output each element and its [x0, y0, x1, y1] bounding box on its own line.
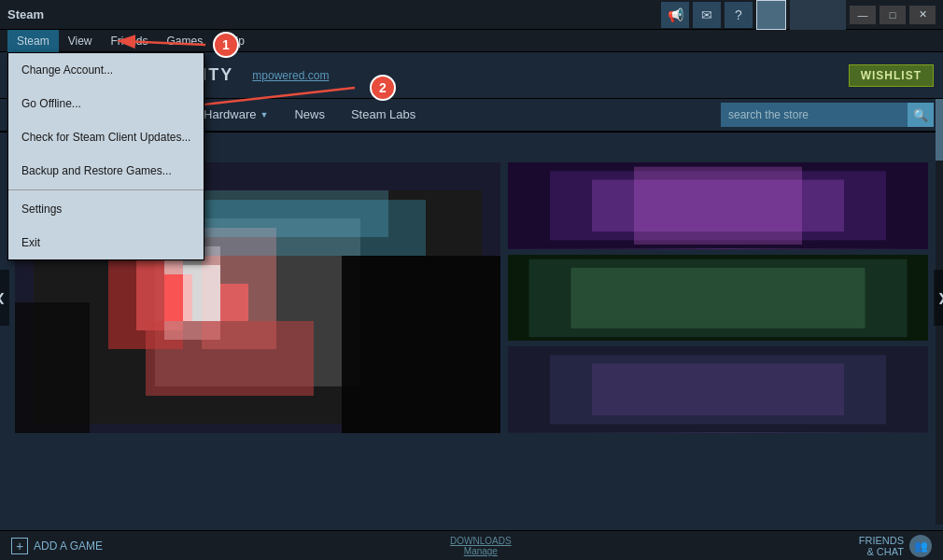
side-item-3-art: [508, 346, 928, 433]
side-featured-list: [508, 162, 928, 433]
side-art-svg-2: [508, 255, 928, 342]
steam-dropdown-menu: Change Account... Go Offline... Check fo…: [7, 52, 204, 260]
side-art-svg-3: [508, 346, 928, 433]
email-domain-text: mpowered.com: [252, 69, 329, 82]
add-game-label: ADD A GAME: [34, 539, 103, 553]
scroll-left-button[interactable]: ❮: [0, 270, 9, 326]
side-featured-item-2[interactable]: [508, 255, 928, 342]
close-button[interactable]: ✕: [909, 6, 936, 24]
broadcast-icon-btn[interactable]: 📢: [661, 2, 689, 28]
store-search-container: 🔍: [721, 103, 934, 127]
search-input[interactable]: [721, 103, 908, 127]
friends-chat-button[interactable]: FRIENDS & CHAT 👥: [859, 535, 932, 557]
dropdown-check-updates[interactable]: Check for Steam Client Updates...: [8, 120, 204, 154]
downloads-section: DOWNLOADS Manage: [450, 536, 512, 556]
bottom-bar: + ADD A GAME DOWNLOADS Manage FRIENDS & …: [0, 530, 943, 560]
avatar[interactable]: [756, 0, 786, 30]
svg-rect-13: [220, 284, 248, 321]
title-bar: Steam 📢 ✉ ? — □ ✕: [0, 0, 943, 30]
menu-divider: [8, 189, 204, 190]
store-nav-steam-labs[interactable]: Steam Labs: [338, 98, 429, 132]
menu-item-steam[interactable]: Steam Change Account... Go Offline... Ch…: [7, 30, 59, 52]
search-button[interactable]: 🔍: [908, 103, 934, 127]
dropdown-settings[interactable]: Settings: [8, 192, 204, 226]
title-bar-left: Steam: [7, 7, 44, 21]
annotation-2: 2: [370, 75, 396, 101]
scrollbar-thumb[interactable]: [936, 99, 943, 136]
side-item-2-art: [508, 255, 928, 342]
svg-rect-24: [592, 364, 844, 416]
svg-rect-12: [183, 265, 220, 321]
steam-logo: Steam: [7, 7, 44, 21]
dropdown-go-offline[interactable]: Go Offline...: [8, 87, 204, 120]
dropdown-backup-restore[interactable]: Backup and Restore Games...: [8, 154, 204, 188]
search-icon: 🔍: [913, 108, 928, 122]
minimize-button[interactable]: —: [850, 6, 876, 24]
menu-item-games[interactable]: Games: [158, 30, 213, 52]
wishlist-button[interactable]: WISHLIST: [849, 64, 934, 87]
scroll-right-button[interactable]: ❯: [934, 270, 943, 326]
help-icon-btn[interactable]: ?: [725, 2, 753, 28]
friends-icon: 👥: [909, 535, 932, 557]
friends-chat-label: FRIENDS & CHAT: [859, 535, 904, 557]
scrollbar-track[interactable]: [936, 99, 943, 131]
svg-rect-18: [634, 167, 802, 245]
avatar-2: [790, 0, 846, 30]
dropdown-change-account[interactable]: Change Account...: [8, 53, 204, 87]
svg-rect-14: [146, 321, 314, 396]
side-featured-item-3[interactable]: [508, 346, 928, 433]
mail-icon-btn[interactable]: ✉: [693, 2, 721, 28]
annotation-1: 1: [213, 32, 239, 58]
menu-bar: Steam Change Account... Go Offline... Ch…: [0, 30, 943, 52]
dropdown-exit[interactable]: Exit: [8, 226, 204, 259]
svg-rect-21: [571, 268, 866, 329]
side-item-1-art: [508, 162, 928, 249]
store-nav-news[interactable]: News: [281, 98, 338, 132]
title-bar-controls: 📢 ✉ ? — □ ✕: [661, 0, 936, 30]
downloads-label: DOWNLOADS: [450, 536, 512, 546]
side-featured-item-1[interactable]: [508, 162, 928, 249]
header-right: WISHLIST: [849, 64, 934, 87]
side-art-svg-1: [508, 162, 928, 249]
content-scrollbar-track[interactable]: [936, 133, 943, 525]
svg-rect-9: [15, 302, 90, 433]
menu-item-view[interactable]: View: [59, 30, 102, 52]
menu-item-friends[interactable]: Friends: [101, 30, 157, 52]
add-game-button[interactable]: + ADD A GAME: [11, 538, 103, 554]
plus-icon: +: [11, 538, 28, 554]
chevron-down-icon-3: ▼: [260, 98, 268, 132]
maximize-button[interactable]: □: [880, 6, 906, 24]
manage-link[interactable]: Manage: [450, 546, 512, 556]
content-scrollbar-thumb[interactable]: [936, 133, 943, 161]
svg-rect-10: [342, 256, 500, 433]
